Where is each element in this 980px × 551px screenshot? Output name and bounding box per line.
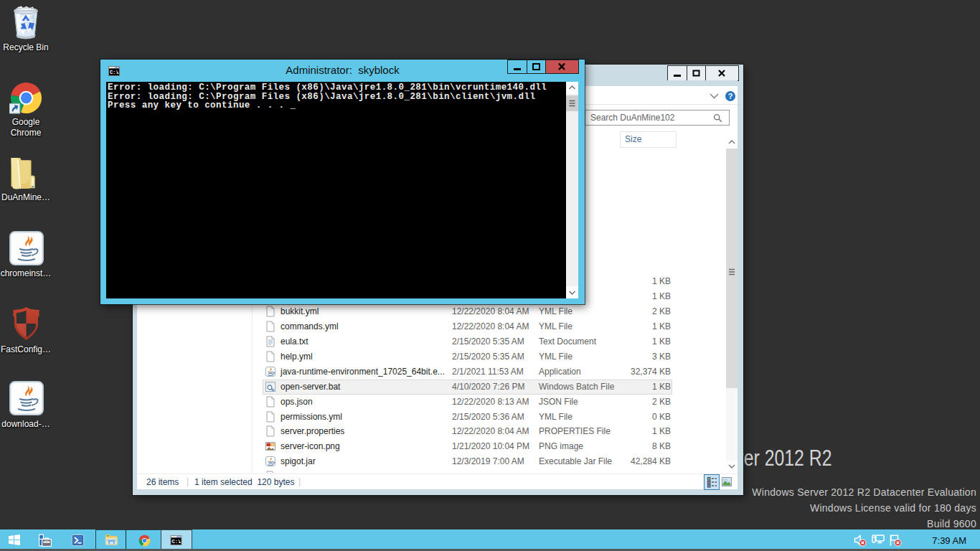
svg-text:C:\: C:\ [172, 539, 182, 545]
